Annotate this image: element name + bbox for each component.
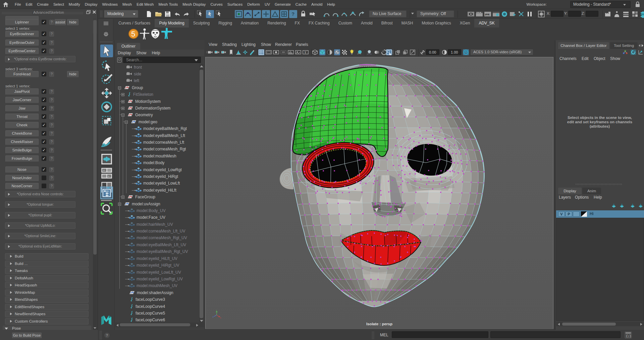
svg-text:{;}: {;}: [626, 335, 631, 338]
svg-text:Z: Z: [213, 316, 214, 318]
svg-text:?: ?: [106, 333, 108, 337]
svg-text:T: T: [304, 51, 306, 54]
svg-text:IPR: IPR: [485, 13, 490, 16]
svg-text:Y: Y: [216, 310, 217, 311]
svg-text:X: X: [220, 317, 221, 319]
svg-text:+: +: [103, 168, 105, 172]
svg-text:?: ?: [291, 11, 294, 17]
svg-text:+: +: [108, 175, 110, 178]
svg-text:5: 5: [131, 30, 135, 38]
